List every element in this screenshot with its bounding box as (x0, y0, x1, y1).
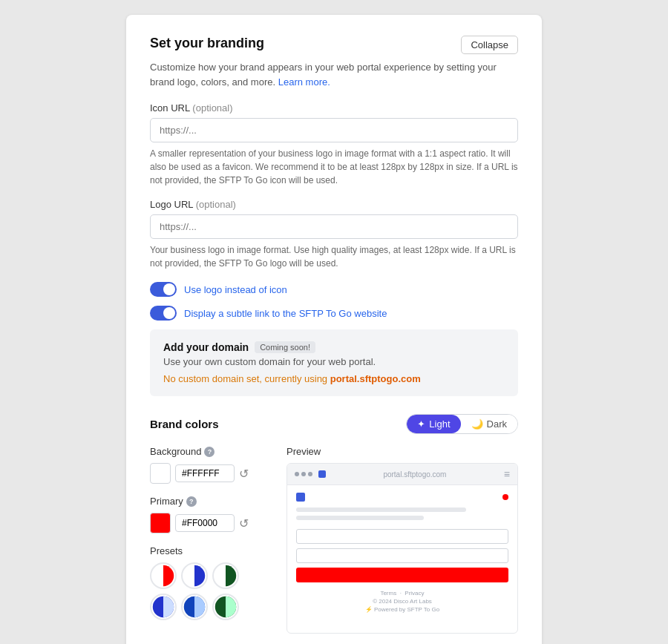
preset-swatch-1[interactable] (150, 562, 177, 589)
preview-footer-copy: © 2024 Disco Art Labs (296, 598, 508, 605)
preview-content: Terms · Privacy © 2024 Disco Art Labs ⚡ … (287, 485, 517, 622)
presets-label: Presets (150, 545, 269, 556)
preview-footer-terms: Terms · Privacy (296, 590, 508, 597)
preset-swatch-6[interactable] (212, 594, 239, 620)
preview-close (502, 494, 508, 500)
learn-more-link[interactable]: Learn more. (278, 76, 330, 88)
preview-submit-btn (296, 568, 508, 582)
browser-dots (295, 472, 312, 476)
preview-input-2 (296, 548, 508, 563)
primary-color-swatch[interactable] (150, 513, 171, 533)
use-logo-toggle[interactable] (150, 282, 177, 297)
browser-url: portal.sftptogo.com (332, 470, 498, 479)
domain-link[interactable]: portal.sftptogo.com (330, 373, 421, 384)
domain-box-desc: Use your own custom domain for your web … (163, 356, 505, 367)
browser-dot-3 (308, 472, 312, 476)
presets-grid (150, 562, 269, 620)
card-header: Set your branding Collapse (150, 36, 518, 54)
use-logo-label: Use logo instead of icon (184, 284, 287, 295)
domain-box: Add your domain Coming soon! Use your ow… (150, 329, 518, 396)
background-color-swatch[interactable] (150, 463, 171, 484)
use-logo-toggle-row: Use logo instead of icon (150, 282, 518, 297)
primary-hex-input[interactable] (175, 514, 235, 532)
browser-dot-2 (301, 472, 306, 476)
domain-box-header: Add your domain Coming soon! (163, 341, 505, 353)
display-link-label: Display a subtle link to the SFTP To Go … (184, 308, 387, 319)
background-reset-button[interactable]: ↺ (239, 467, 249, 481)
background-color-row: ↺ (150, 463, 269, 484)
preview-line-1 (296, 507, 466, 512)
colors-column: Background ? ↺ Primary ? ↺ Presets (150, 446, 269, 634)
preview-line-2 (296, 516, 424, 520)
logo-url-label: Logo URL (optional) (150, 199, 518, 210)
logo-url-input[interactable] (150, 214, 518, 239)
preset-swatch-3[interactable] (212, 562, 239, 589)
preview-form (296, 529, 508, 582)
card-title: Set your branding (150, 36, 264, 51)
preview-column: Preview portal.sftptogo.com ≡ (286, 446, 518, 634)
background-label: Background ? (150, 446, 269, 457)
coming-soon-badge: Coming soon! (255, 341, 315, 353)
preview-logo (296, 493, 305, 502)
preview-input-1 (296, 529, 508, 544)
display-link-toggle-row: Display a subtle link to the SFTP To Go … (150, 306, 518, 321)
preview-box: portal.sftptogo.com ≡ (286, 463, 518, 634)
domain-notice: No custom domain set, currently using po… (163, 373, 505, 384)
preview-footer-powered: ⚡ Powered by SFTP To Go (296, 606, 508, 613)
preview-logo-area (296, 493, 508, 502)
brand-colors-header: Brand colors ✦ Light 🌙 Dark (150, 414, 518, 434)
preview-footer: Terms · Privacy © 2024 Disco Art Labs ⚡ … (296, 590, 508, 613)
primary-reset-button[interactable]: ↺ (239, 516, 249, 530)
logo-url-hint: Your business logo in image format. Use … (150, 243, 518, 270)
preset-swatch-5[interactable] (181, 594, 208, 620)
dark-mode-button[interactable]: 🌙 Dark (461, 415, 517, 433)
preset-swatch-2[interactable] (181, 562, 208, 589)
light-mode-button[interactable]: ✦ Light (407, 415, 460, 433)
browser-menu-icon: ≡ (504, 468, 510, 480)
icon-url-label: Icon URL (optional) (150, 102, 518, 114)
browser-favicon (318, 470, 326, 478)
light-dark-toggle: ✦ Light 🌙 Dark (406, 414, 518, 434)
preview-label: Preview (286, 446, 518, 457)
icon-url-hint: A smaller representation of your busines… (150, 147, 518, 187)
primary-label: Primary ? (150, 496, 269, 507)
branding-card: Set your branding Collapse Customize how… (126, 15, 542, 644)
preset-swatch-4[interactable] (150, 594, 177, 620)
colors-preview-row: Background ? ↺ Primary ? ↺ Presets (150, 446, 518, 634)
brand-colors-title: Brand colors (150, 418, 219, 430)
moon-icon: 🌙 (471, 418, 483, 430)
icon-url-input[interactable] (150, 118, 518, 142)
primary-info-icon[interactable]: ? (186, 496, 197, 507)
collapse-button[interactable]: Collapse (461, 36, 518, 54)
card-subtitle: Customize how your brand appears in your… (150, 60, 518, 89)
sun-icon: ✦ (417, 418, 425, 430)
browser-dot-1 (295, 472, 299, 476)
primary-color-row: ↺ (150, 513, 269, 533)
background-hex-input[interactable] (175, 464, 235, 482)
background-info-icon[interactable]: ? (204, 447, 215, 457)
preview-browser-bar: portal.sftptogo.com ≡ (287, 464, 517, 485)
display-link-toggle[interactable] (150, 306, 177, 321)
domain-box-title: Add your domain (163, 341, 249, 353)
preview-lines (296, 507, 508, 520)
